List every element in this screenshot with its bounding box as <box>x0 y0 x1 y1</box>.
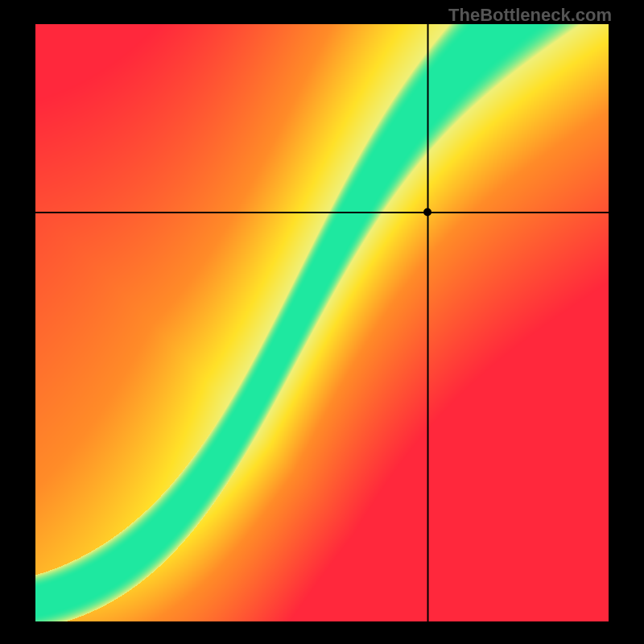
watermark-text: TheBottleneck.com <box>448 5 612 26</box>
heatmap-plot <box>35 24 609 621</box>
heatmap-canvas <box>35 24 609 621</box>
chart-frame: TheBottleneck.com <box>0 0 644 644</box>
